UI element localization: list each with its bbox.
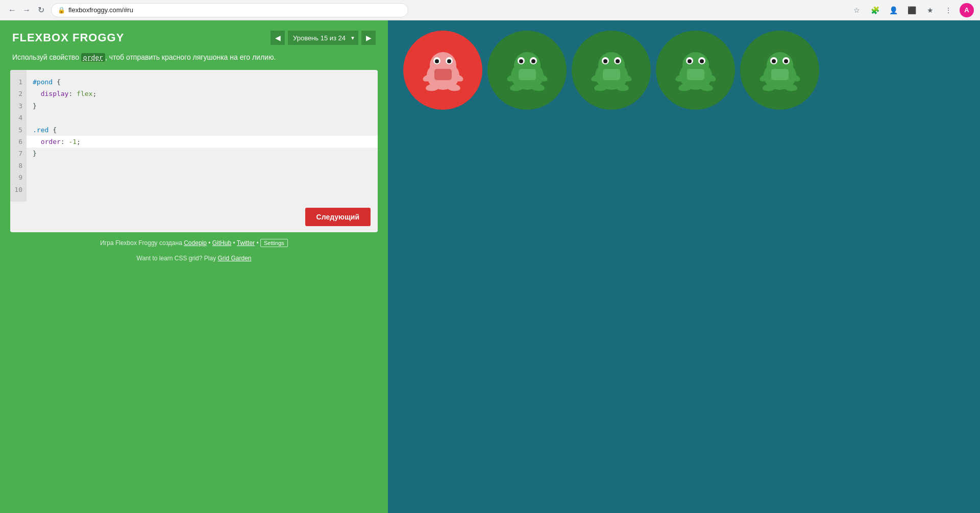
- prev-level-button[interactable]: ◀: [271, 31, 285, 45]
- left-panel: FLEXBOX FROGGY ◀ Уровень 15 из 24 ▶ Испо…: [0, 20, 388, 513]
- line-num: 6: [14, 136, 22, 148]
- settings-link[interactable]: Settings: [260, 239, 288, 247]
- code-line-9: [33, 172, 372, 183]
- green-frog-3: [656, 31, 735, 110]
- svg-point-37: [688, 59, 692, 63]
- svg-rect-50: [771, 69, 789, 80]
- svg-rect-28: [603, 69, 620, 80]
- line-num: 2: [14, 88, 22, 100]
- header: FLEXBOX FROGGY ◀ Уровень 15 из 24 ▶: [0, 20, 388, 50]
- line-numbers: 1 2 3 4 5 6 7 8 9 10: [10, 70, 27, 202]
- svg-point-48: [772, 59, 776, 63]
- next-btn-row: Следующий: [10, 202, 378, 232]
- red-frog-svg: [415, 42, 471, 99]
- level-nav: ◀ Уровень 15 из 24 ▶: [271, 31, 376, 45]
- profile-button[interactable]: A: [960, 3, 974, 17]
- green-frog-1: [487, 31, 567, 110]
- forward-button[interactable]: →: [20, 4, 33, 16]
- address-bar[interactable]: 🔒 flexboxfroggy.com/#ru: [51, 3, 408, 17]
- css-grid-text: Want to learn CSS grid? Play: [137, 255, 216, 262]
- footer: Игра Flexbox Froggy создана Codepip • Gi…: [0, 232, 388, 252]
- code-line-8: [33, 160, 372, 172]
- lock-icon: 🔒: [58, 7, 65, 14]
- line-num: 4: [14, 112, 22, 124]
- browser-chrome: ← → ↻ 🔒 flexboxfroggy.com/#ru ☆ 🧩 👤 ⬛ ★ …: [0, 0, 980, 20]
- profile-switch-button[interactable]: 👤: [886, 3, 900, 17]
- code-line-6: order: -1;: [27, 136, 378, 148]
- code-line-10: [33, 184, 372, 196]
- next-button[interactable]: Следующий: [305, 208, 371, 226]
- code-editor[interactable]: 1 2 3 4 5 6 7 8 9 10 #pond { display: fl…: [10, 70, 378, 232]
- extension2-button[interactable]: ⬛: [904, 3, 919, 17]
- extension1-button[interactable]: 🧩: [868, 3, 882, 17]
- line-num: 3: [14, 100, 22, 112]
- green-frog-4-svg: [752, 42, 808, 99]
- grid-garden-link[interactable]: Grid Garden: [217, 255, 251, 262]
- line-num: 10: [14, 184, 22, 196]
- code-line-4: [33, 112, 372, 124]
- next-level-button[interactable]: ▶: [361, 31, 376, 45]
- green-frog-4: [740, 31, 819, 110]
- svg-rect-17: [519, 69, 536, 80]
- line-num: 7: [14, 148, 22, 159]
- red-frog: [403, 31, 482, 110]
- svg-rect-6: [434, 69, 452, 80]
- extension3-button[interactable]: ★: [923, 3, 937, 17]
- instruction: Используй свойство order, чтоб отправить…: [0, 50, 388, 70]
- green-frog-2: [572, 31, 651, 110]
- svg-point-15: [519, 59, 523, 63]
- url-text: flexboxfroggy.com/#ru: [68, 6, 133, 14]
- reload-button[interactable]: ↻: [35, 4, 47, 16]
- app: FLEXBOX FROGGY ◀ Уровень 15 из 24 ▶ Испо…: [0, 20, 980, 513]
- svg-point-38: [700, 59, 704, 63]
- bookmark-button[interactable]: ☆: [849, 3, 864, 17]
- svg-point-49: [784, 59, 788, 63]
- instruction-highlight: order: [81, 53, 105, 62]
- code-content: 1 2 3 4 5 6 7 8 9 10 #pond { display: fl…: [10, 70, 378, 202]
- footer-text: Игра Flexbox Froggy создана: [100, 239, 182, 247]
- level-selector[interactable]: Уровень 15 из 24: [288, 31, 358, 45]
- nav-buttons: ← → ↻: [6, 4, 47, 16]
- line-num: 9: [14, 172, 22, 183]
- line-num: 8: [14, 160, 22, 172]
- code-line-2: display: flex;: [33, 88, 372, 100]
- right-panel: [388, 20, 980, 513]
- line-num: 5: [14, 124, 22, 136]
- browser-actions: ☆ 🧩 👤 ⬛ ★ ⋮ A: [849, 3, 974, 17]
- svg-point-4: [435, 59, 439, 63]
- code-line-5: .red {: [33, 124, 372, 136]
- code-line-3: }: [33, 100, 372, 112]
- svg-point-26: [603, 59, 607, 63]
- footer2: Want to learn CSS grid? Play Grid Garden: [0, 252, 388, 265]
- line-num: 1: [14, 76, 22, 88]
- menu-button[interactable]: ⋮: [941, 3, 955, 17]
- svg-point-5: [447, 59, 451, 63]
- green-frog-1-svg: [499, 42, 555, 99]
- github-link[interactable]: GitHub: [212, 239, 231, 247]
- logo: FLEXBOX FROGGY: [12, 31, 124, 44]
- back-button[interactable]: ←: [6, 4, 18, 16]
- green-frog-2-svg: [583, 42, 640, 99]
- svg-point-27: [616, 59, 620, 63]
- green-frog-3-svg: [668, 42, 724, 99]
- level-select-wrapper: Уровень 15 из 24: [288, 31, 358, 45]
- twitter-link[interactable]: Twitter: [237, 239, 255, 247]
- svg-rect-39: [687, 69, 704, 80]
- code-line-7: }: [33, 148, 372, 159]
- svg-point-16: [531, 59, 535, 63]
- code-line-1: #pond {: [33, 76, 372, 88]
- code-area[interactable]: #pond { display: flex; } .red { order: -…: [27, 70, 378, 202]
- codepip-link[interactable]: Codepip: [184, 239, 207, 247]
